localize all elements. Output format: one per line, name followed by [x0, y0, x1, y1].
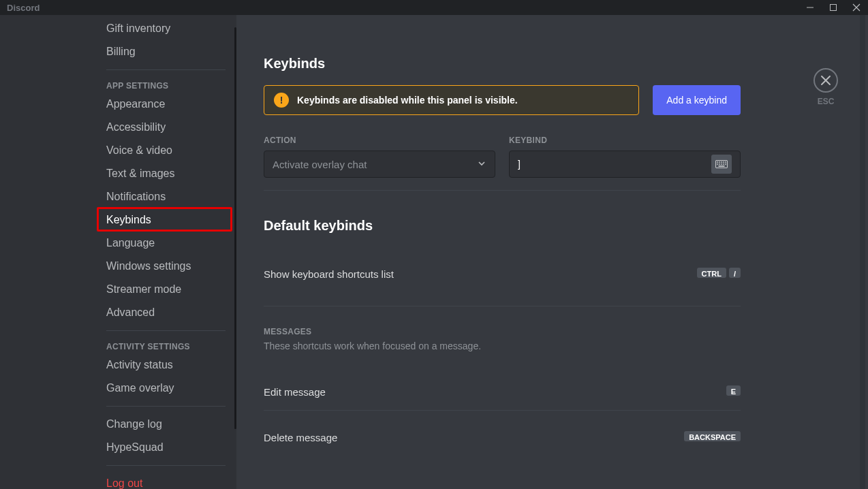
close-icon	[820, 75, 831, 86]
messages-group-desc: These shortcuts work when focused on a m…	[264, 341, 741, 351]
content-scrollbar[interactable]	[860, 15, 865, 489]
sidebar-item-logout[interactable]: Log out	[102, 473, 230, 489]
keybind-row-label: Show keyboard shortcuts list	[264, 268, 394, 280]
add-keybind-button[interactable]: Add a keybind	[653, 85, 741, 115]
sidebar-divider	[106, 465, 226, 466]
window-close-button[interactable]	[848, 0, 865, 15]
close-esc: ESC	[813, 68, 838, 106]
action-select[interactable]: Activate overlay chat	[264, 151, 495, 178]
app-body: Gift inventory Billing APP SETTINGS Appe…	[0, 15, 868, 489]
sidebar-item-hypesquad[interactable]: HypeSquad	[102, 437, 230, 458]
titlebar: Discord	[0, 0, 868, 15]
keycap: CTRL	[697, 268, 726, 280]
sidebar-item-voice-video[interactable]: Voice & video	[102, 140, 230, 161]
keybind-row-keys: BACKSPACE	[684, 431, 741, 443]
default-keybinds-title: Default keybinds	[264, 218, 741, 234]
svg-rect-10	[721, 163, 722, 165]
settings-sidebar: Gift inventory Billing APP SETTINGS Appe…	[0, 15, 236, 489]
keybind-column-label: KEYBIND	[509, 136, 741, 145]
sidebar-divider	[106, 69, 226, 70]
window-minimize-button[interactable]	[801, 0, 819, 15]
window-controls	[801, 0, 865, 15]
settings-content: ESC Keybinds ! Keybinds are disabled whi…	[236, 15, 868, 489]
svg-rect-3	[717, 161, 718, 163]
keycap: BACKSPACE	[684, 431, 741, 443]
sidebar-item-gift-inventory[interactable]: Gift inventory	[102, 18, 230, 40]
keybind-row-keys: E	[726, 385, 741, 398]
keycap: /	[729, 268, 741, 280]
sidebar-item-game-overlay[interactable]: Game overlay	[102, 377, 230, 399]
sidebar-item-windows-settings[interactable]: Windows settings	[102, 255, 230, 277]
sidebar-item-notifications[interactable]: Notifications	[102, 186, 230, 208]
keybind-value: ]	[518, 159, 521, 170]
warning-icon: !	[274, 93, 289, 108]
chevron-down-icon	[477, 159, 486, 170]
sidebar-divider	[106, 330, 226, 331]
sidebar-item-text-images[interactable]: Text & images	[102, 163, 230, 185]
keybind-row-label: Edit message	[264, 386, 326, 398]
keybind-row-edit-message: Edit message E	[264, 365, 741, 407]
svg-rect-9	[719, 163, 720, 165]
sidebar-header-app-settings: APP SETTINGS	[102, 77, 230, 93]
keybind-row-label: Delete message	[264, 432, 337, 443]
keycap: E	[726, 385, 741, 398]
keybind-row-keys: CTRL /	[697, 268, 741, 280]
action-column-label: ACTION	[264, 136, 495, 145]
svg-rect-11	[723, 163, 724, 165]
svg-rect-4	[719, 161, 720, 163]
keybind-row-shortcuts-list: Show keyboard shortcuts list CTRL /	[264, 258, 741, 289]
action-column: ACTION Activate overlay chat	[264, 136, 495, 178]
keybind-editor-row: ACTION Activate overlay chat KEYBIND ]	[264, 136, 741, 178]
esc-label: ESC	[818, 97, 835, 106]
app-name: Discord	[7, 3, 40, 13]
page-title: Keybinds	[264, 56, 741, 72]
record-keybind-button[interactable]	[711, 155, 732, 174]
keyboard-icon	[715, 160, 728, 168]
close-button[interactable]	[813, 68, 838, 93]
sidebar-item-accessibility[interactable]: Accessibility	[102, 116, 230, 138]
warning-row: ! Keybinds are disabled while this panel…	[264, 85, 741, 115]
svg-rect-6	[723, 161, 724, 163]
sidebar-item-appearance[interactable]: Appearance	[102, 93, 230, 115]
keybind-input[interactable]: ]	[509, 151, 741, 178]
sidebar-item-change-log[interactable]: Change log	[102, 413, 230, 435]
messages-group-header: MESSAGES	[264, 327, 741, 336]
svg-rect-7	[725, 161, 726, 163]
action-select-value: Activate overlay chat	[273, 159, 367, 170]
warning-banner: ! Keybinds are disabled while this panel…	[264, 85, 639, 115]
sidebar-item-activity-status[interactable]: Activity status	[102, 354, 230, 376]
svg-rect-8	[717, 163, 718, 165]
svg-rect-0	[807, 7, 813, 8]
sidebar-item-language[interactable]: Language	[102, 232, 230, 254]
sidebar-item-keybinds[interactable]: Keybinds	[102, 209, 230, 231]
svg-rect-12	[725, 163, 726, 165]
sidebar-divider	[106, 406, 226, 407]
warning-text: Keybinds are disabled while this panel i…	[297, 95, 518, 106]
svg-rect-13	[719, 165, 725, 167]
window-maximize-button[interactable]	[824, 0, 842, 15]
messages-group: MESSAGES These shortcuts work when focus…	[264, 306, 741, 453]
sidebar-item-advanced[interactable]: Advanced	[102, 302, 230, 324]
svg-rect-5	[721, 161, 722, 163]
svg-rect-1	[831, 5, 837, 11]
keybind-column: KEYBIND ]	[509, 136, 741, 178]
sidebar-header-activity-settings: ACTIVITY SETTINGS	[102, 338, 230, 354]
divider	[264, 190, 741, 191]
sidebar-item-streamer-mode[interactable]: Streamer mode	[102, 279, 230, 300]
sidebar-item-billing[interactable]: Billing	[102, 41, 230, 63]
keybind-row-delete-message: Delete message BACKSPACE	[264, 410, 741, 453]
